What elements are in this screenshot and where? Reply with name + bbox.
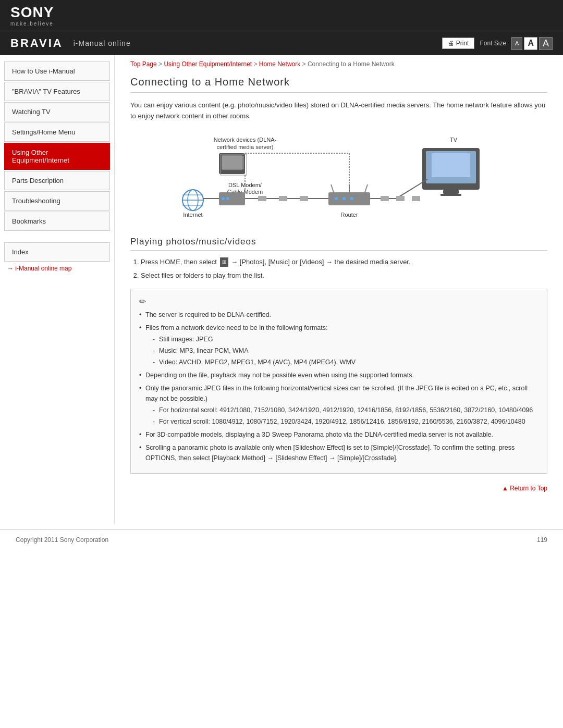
steps-list: Press HOME, then select ⊞ → [Photos], [M… <box>141 257 547 282</box>
svg-point-17 <box>226 197 229 200</box>
main-container: How to Use i-Manual "BRAVIA" TV Features… <box>0 55 563 524</box>
breadcrumb-top[interactable]: Top Page <box>130 60 157 68</box>
svg-rect-30 <box>432 153 470 177</box>
note-item-2: Files from a network device need to be i… <box>139 323 538 367</box>
sidebar: How to Use i-Manual "BRAVIA" TV Features… <box>0 55 115 524</box>
svg-rect-41 <box>279 196 287 201</box>
network-diagram: Network devices (DLNA- certified media s… <box>130 132 547 226</box>
svg-text:TV: TV <box>450 137 458 143</box>
imanual-map-link[interactable]: i-Manual online map <box>7 265 107 272</box>
bravia-bar: BRAVIA i-Manual online 🖨 Print Font Size… <box>0 31 563 55</box>
svg-text:Network devices (DLNA-: Network devices (DLNA- <box>214 137 277 143</box>
header: SONY make.believe <box>0 0 563 31</box>
svg-rect-32 <box>440 194 461 196</box>
intro-text: You can enjoy various content (e.g. phot… <box>130 100 547 122</box>
svg-point-21 <box>335 197 338 200</box>
svg-text:certified media server): certified media server) <box>217 144 274 150</box>
svg-rect-40 <box>258 196 266 201</box>
note-item-3: Depending on the file, playback may not … <box>139 370 538 380</box>
breadcrumb-home-network[interactable]: Home Network <box>259 60 300 68</box>
svg-rect-42 <box>300 196 308 201</box>
sidebar-item-troubleshooting[interactable]: Troubleshooting <box>4 191 110 211</box>
bravia-title-group: BRAVIA i-Manual online <box>10 36 131 50</box>
svg-line-27 <box>365 184 368 192</box>
home-icon: ⊞ <box>220 257 228 267</box>
page-title: Connecting to a Home Network <box>130 76 547 93</box>
return-top-link[interactable]: Return to Top <box>502 485 547 492</box>
font-size-label: Font Size <box>480 40 506 47</box>
content-area: Top Page > Using Other Equipment/Interne… <box>115 55 563 524</box>
sidebar-item-bookmarks[interactable]: Bookmarks <box>4 212 110 231</box>
note-item-6: Scrolling a panoramic photo is available… <box>139 442 538 463</box>
note-subitem-2-3: Video: AVCHD, MPEG2, MPEG1, MP4 (AVC), M… <box>153 357 538 367</box>
note-box: ✏ The server is required to be DLNA-cert… <box>130 289 547 474</box>
note-icon: ✏ <box>139 297 538 306</box>
footer: Copyright 2011 Sony Corporation 119 <box>0 529 563 550</box>
breadcrumb-current: Connecting to a Home Network <box>308 60 395 68</box>
bravia-logo: BRAVIA <box>10 36 63 50</box>
svg-point-16 <box>222 197 225 200</box>
section2-title: Playing photos/music/videos <box>130 237 547 251</box>
svg-rect-44 <box>396 196 405 201</box>
sony-branding: SONY make.believe <box>10 4 54 27</box>
svg-rect-20 <box>328 192 370 205</box>
note-item-1: The server is required to be DLNA-certif… <box>139 310 538 320</box>
svg-rect-45 <box>412 196 420 201</box>
breadcrumb-using-other[interactable]: Using Other Equipment/Internet <box>164 60 252 68</box>
print-button[interactable]: 🖨 Print <box>442 38 475 49</box>
step-2: Select files or folders to play from the… <box>141 270 547 281</box>
sidebar-divider <box>0 232 114 238</box>
sidebar-item-watching[interactable]: Watching TV <box>4 102 110 121</box>
sidebar-item-settings[interactable]: Settings/Home Menu <box>4 122 110 142</box>
note-sublist-2: Still images: JPEG Music: MP3, linear PC… <box>145 334 538 367</box>
font-size-controls: A A A <box>511 37 553 50</box>
note-subitem-2-1: Still images: JPEG <box>153 334 538 344</box>
breadcrumb: Top Page > Using Other Equipment/Interne… <box>130 60 547 68</box>
note-item-5: For 3D-compatible models, displaying a 3… <box>139 429 538 440</box>
font-medium-button[interactable]: A <box>524 37 537 50</box>
sony-tagline: make.believe <box>10 21 54 27</box>
sidebar-item-bravia-features[interactable]: "BRAVIA" TV Features <box>4 82 110 101</box>
svg-rect-6 <box>222 156 244 169</box>
sidebar-item-using-other[interactable]: Using Other Equipment/Internet <box>4 143 110 170</box>
printer-icon: 🖨 <box>448 40 454 47</box>
svg-point-23 <box>350 197 353 200</box>
svg-line-25 <box>331 184 334 192</box>
sidebar-item-index[interactable]: Index <box>4 242 110 262</box>
svg-point-24 <box>358 197 361 200</box>
note-subitem-4-2: For vertical scroll: 1080/4912, 1080/715… <box>153 416 538 427</box>
note-subitem-4-1: For horizontal scroll: 4912/1080, 7152/1… <box>153 405 538 415</box>
svg-rect-31 <box>443 190 459 194</box>
note-item-4: Only the panoramic JPEG files in the fol… <box>139 383 538 427</box>
sidebar-item-parts[interactable]: Parts Description <box>4 171 110 190</box>
bravia-controls: 🖨 Print Font Size A A A <box>442 37 553 50</box>
step-1: Press HOME, then select ⊞ → [Photos], [M… <box>141 257 547 268</box>
font-large-button[interactable]: A <box>539 37 553 50</box>
imanual-text: i-Manual online <box>74 39 131 47</box>
note-sublist-4: For horizontal scroll: 4912/1080, 7152/1… <box>145 405 538 427</box>
svg-text:Router: Router <box>340 212 358 218</box>
copyright: Copyright 2011 Sony Corporation <box>16 536 108 544</box>
svg-text:Internet: Internet <box>183 212 202 218</box>
sony-logo: SONY <box>10 4 54 21</box>
note-list: The server is required to be DLNA-certif… <box>139 310 538 463</box>
svg-point-18 <box>231 197 234 200</box>
svg-point-22 <box>342 197 346 200</box>
network-diagram-svg: Network devices (DLNA- certified media s… <box>177 132 500 226</box>
svg-rect-43 <box>381 196 389 201</box>
note-subitem-2-2: Music: MP3, linear PCM, WMA <box>153 346 538 356</box>
page-number: 119 <box>537 536 547 544</box>
svg-text:DSL Modem/: DSL Modem/ <box>228 182 262 188</box>
sidebar-item-how-to-use[interactable]: How to Use i-Manual <box>4 61 110 81</box>
return-top: Return to Top <box>130 484 547 492</box>
font-small-button[interactable]: A <box>511 37 522 50</box>
